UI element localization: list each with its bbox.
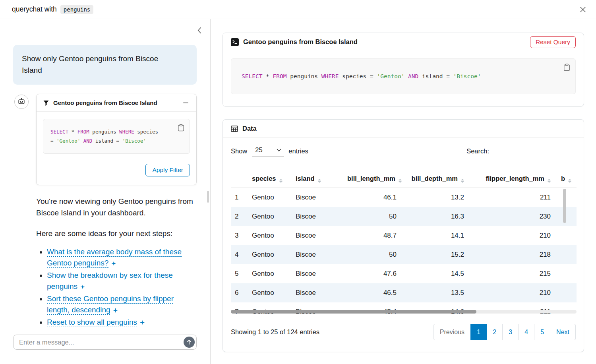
clipboard-icon [563,64,570,71]
data-card-title: Data [242,125,257,132]
suggestion-item: Reset to show all penguins [47,317,194,328]
suggestion-item: Sort these Gentoo penguins by flipper le… [47,293,194,316]
table-footer: Showing 1 to 25 of 124 entries Previous1… [231,324,576,340]
copy-sql-button[interactable] [548,62,571,72]
filter-card: Gentoo penguins from Biscoe Island SELEC… [36,94,197,185]
table-row: 4GentooBiscoe5015.2218 [231,245,577,264]
user-message-bubble: Show only Gentoo penguins from Biscoe Is… [13,45,197,85]
table-row: 2GentooBiscoe5016.3230 [231,207,577,226]
pagination-page-2[interactable]: 2 [486,324,503,340]
app-window: querychat with penguins Show only Gentoo… [0,0,596,364]
sql-query-text: SELECT * FROM penguins WHERE species = '… [242,73,481,79]
sort-icon [568,179,571,183]
query-card-header: Gentoo penguins from Biscoe Island Reset… [223,33,584,51]
show-label: Show [231,147,247,155]
table-row: 3GentooBiscoe48.714.1210 [231,226,577,245]
title-text: querychat with [12,5,57,14]
copy-sql-button[interactable] [176,123,186,133]
scrollbar-thumb[interactable] [231,310,476,314]
user-message-text: Show only Gentoo penguins from Biscoe Is… [22,53,175,76]
reset-query-button[interactable]: Reset Query [530,36,576,48]
sparkle-icon [140,320,145,325]
sort-icon [279,179,283,183]
col-header-bill_depth_mm[interactable]: bill_depth_mm [402,170,469,188]
data-card-body: Show 25 entries Search: speciesis [223,138,584,340]
table-info: Showing 1 to 25 of 124 entries [231,328,319,336]
close-icon [579,6,586,13]
pagination-page-3[interactable]: 3 [502,324,519,340]
dataset-name-chip: penguins [60,5,93,14]
clipboard-icon [178,124,184,132]
pagination-page-5[interactable]: 5 [534,324,550,340]
sort-icon [548,179,551,183]
collapse-sidebar-button[interactable] [196,25,203,35]
assistant-paragraph: Here are some ideas for your next steps: [36,228,194,240]
suggestion-link[interactable]: Show the breakdown by sex for these peng… [47,271,173,291]
entries-label: entries [288,147,308,155]
search-control: Search: [466,146,576,156]
col-header-island[interactable]: island [290,170,342,188]
pagination-previous[interactable]: Previous [433,324,471,340]
col-header-index [231,170,247,188]
message-composer [13,335,197,350]
suggestion-link[interactable]: What is the average body mass of these G… [47,248,182,267]
chat-panel: Show only Gentoo penguins from Biscoe Is… [0,19,211,364]
dashboard-panel: Gentoo penguins from Biscoe Island Reset… [211,19,596,364]
send-button[interactable] [184,337,195,348]
entries-select-value: 25 [255,146,262,154]
data-card: Data Show 25 entries Search: [223,119,584,352]
sort-icon [461,179,464,183]
col-header-bill_length_mm[interactable]: bill_length_mm [342,170,402,188]
close-button[interactable] [577,4,589,15]
sparkle-icon [80,285,85,289]
message-input[interactable] [13,335,197,350]
sort-icon [318,179,321,183]
suggestion-link[interactable]: Reset to show all penguins [47,318,145,326]
page-length-control: Show 25 entries [231,145,308,157]
minus-icon [183,103,188,104]
sql-code-text: SELECT * FROM penguins WHERE species= 'G… [50,127,182,145]
query-card: Gentoo penguins from Biscoe Island Reset… [223,33,584,106]
table-controls: Show 25 entries Search: [231,145,576,157]
chevron-down-icon [277,149,281,152]
page-title: querychat with penguins [12,5,93,14]
sql-panel: SELECT * FROM penguins WHERE species = '… [231,58,576,94]
pagination-next[interactable]: Next [550,324,576,340]
suggestion-item: Show the breakdown by sex for these peng… [47,270,194,292]
suggestion-link[interactable]: Sort these Gentoo penguins by flipper le… [47,294,174,314]
table-header-row: speciesislandbill_length_mmbill_depth_mm… [231,170,577,188]
chevron-left-icon [197,27,201,34]
col-header-flipper_length_mm[interactable]: flipper_length_mm [469,170,556,188]
panel-resize-handle[interactable] [207,191,209,203]
filter-card-title: Gentoo penguins from Biscoe Island [53,99,178,106]
vertical-scrollbar[interactable] [563,189,566,223]
entries-select[interactable]: 25 [252,145,284,157]
assistant-paragraph: You're now viewing only Gentoo penguins … [36,196,194,219]
collapse-card-button[interactable] [182,101,190,105]
pagination: Previous12345Next [433,324,576,340]
assistant-message: You're now viewing only Gentoo penguins … [36,196,194,329]
col-header-b[interactable]: b [556,170,577,188]
terminal-icon [231,38,239,46]
arrow-up-icon [186,339,192,345]
suggestion-list: What is the average body mass of these G… [36,246,194,328]
suggestion-item: What is the average body mass of these G… [47,246,194,269]
pagination-page-1[interactable]: 1 [470,324,487,340]
sort-icon [399,179,402,183]
topbar: querychat with penguins [0,0,596,19]
table-body: 1GentooBiscoe46.113.22112GentooBiscoe501… [231,188,577,316]
table-icon [231,125,238,132]
data-card-header: Data [223,120,584,138]
table-row: 1GentooBiscoe46.113.2211 [231,188,577,207]
horizontal-scrollbar[interactable] [231,310,577,314]
filter-card-header: Gentoo penguins from Biscoe Island [37,94,196,112]
col-header-species[interactable]: species [247,170,290,188]
query-card-title: Gentoo penguins from Biscoe Island [243,38,358,46]
data-table: speciesislandbill_length_mmbill_depth_mm… [231,170,577,315]
apply-filter-button[interactable]: Apply Filter [145,164,190,176]
search-input[interactable] [493,146,576,156]
pagination-page-4[interactable]: 4 [518,324,534,340]
table-row: 5GentooBiscoe47.614.5215 [231,264,577,283]
assistant-avatar [14,95,29,109]
sql-code-block: SELECT * FROM penguins WHERE species= 'G… [43,119,190,154]
